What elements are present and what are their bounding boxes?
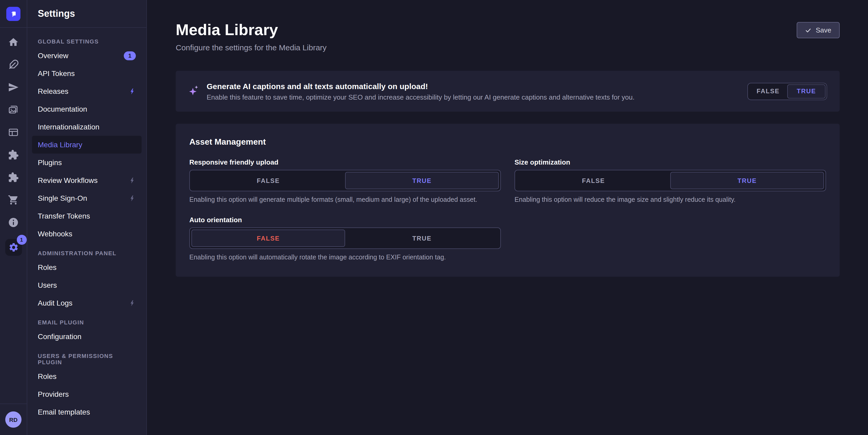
sidebar-item-overview[interactable]: Overview1: [27, 47, 146, 64]
subnav-header: Settings: [27, 0, 146, 28]
sidebar-item-label: Media Library: [38, 140, 82, 149]
sidebar-item-single-sign-on[interactable]: Single Sign-On: [27, 189, 146, 207]
release-plane-icon[interactable]: [8, 81, 19, 93]
sidebar-item-roles[interactable]: Roles: [27, 367, 146, 385]
nav-section-global-settings: GLOBAL SETTINGSOverview1API TokensReleas…: [27, 38, 146, 243]
settings-subnav: Settings GLOBAL SETTINGSOverview1API Tok…: [27, 0, 147, 435]
nav-item-badge-wrap: 1: [124, 51, 136, 60]
lightning-icon: [129, 195, 136, 202]
lightning-icon: [129, 88, 136, 95]
content-type-builder-icon[interactable]: [8, 126, 19, 138]
notification-count-badge: 1: [124, 51, 136, 60]
sidebar-item-internationalization[interactable]: Internationalization: [27, 118, 146, 136]
strapi-logo[interactable]: [6, 6, 21, 21]
banner-title: Generate AI captions and alt texts autom…: [207, 81, 634, 91]
sidebar-item-users[interactable]: Users: [27, 276, 146, 294]
sidebar-item-label: Webhooks: [38, 230, 72, 238]
size-optimization-toggle: FALSETRUE: [515, 170, 826, 191]
user-avatar[interactable]: RD: [5, 411, 22, 428]
nav-section-label: USERS & PERMISSIONS PLUGIN: [27, 353, 146, 365]
field-auto-orientation: Auto orientationFALSETRUEEnabling this o…: [189, 216, 501, 261]
sidebar-item-review-workflows[interactable]: Review Workflows: [27, 171, 146, 189]
nav-section-label: GLOBAL SETTINGS: [27, 38, 146, 44]
sidebar-item-releases[interactable]: Releases: [27, 82, 146, 100]
sidebar-item-label: Users: [38, 281, 57, 289]
sidebar-item-label: Single Sign-On: [38, 194, 87, 202]
banner-description: Enable this feature to save time, optimi…: [207, 93, 634, 101]
sidebar-item-label: API Tokens: [38, 69, 75, 77]
field-label: Auto orientation: [189, 216, 501, 224]
sidebar-item-label: Documentation: [38, 105, 87, 113]
nav-section-administration-panel: ADMINISTRATION PANELRolesUsersAudit Logs: [27, 250, 146, 312]
ai-captions-toggle-true-option[interactable]: TRUE: [787, 84, 826, 98]
sidebar-item-label: Overview: [38, 52, 68, 60]
sidebar-item-label: Releases: [38, 87, 68, 95]
logo-section: [0, 0, 27, 28]
sidebar-item-label: Providers: [38, 390, 69, 398]
content-feather-icon[interactable]: [8, 59, 19, 70]
main-nav-sidebar: 1 RD: [0, 0, 27, 435]
check-icon: [805, 27, 812, 33]
marketplace-cart-icon[interactable]: [8, 194, 19, 205]
media-library-icon[interactable]: [8, 104, 19, 115]
settings-notification-badge: 1: [17, 235, 27, 245]
auto-orientation-toggle-false-option[interactable]: FALSE: [191, 230, 345, 247]
responsive-friendly-upload-toggle: FALSETRUE: [189, 170, 501, 191]
sidebar-item-documentation[interactable]: Documentation: [27, 100, 146, 118]
auto-orientation-toggle: FALSETRUE: [189, 228, 501, 249]
field-hint: Enabling this option will reduce the ima…: [515, 196, 826, 203]
sidebar-item-media-library[interactable]: Media Library: [32, 136, 142, 154]
sidebar-item-email-templates[interactable]: Email templates: [27, 403, 146, 421]
page-title: Media Library: [176, 20, 327, 40]
settings-menu: GLOBAL SETTINGSOverview1API TokensReleas…: [27, 28, 146, 426]
sidebar-item-label: Transfer Tokens: [38, 212, 90, 220]
responsive-friendly-upload-toggle-true-option[interactable]: TRUE: [345, 172, 499, 189]
sidebar-item-api-tokens[interactable]: API Tokens: [27, 64, 146, 82]
main-nav-icons: 1: [0, 28, 27, 404]
nav-section-users-permissions-plugin: USERS & PERMISSIONS PLUGINRolesProviders…: [27, 353, 146, 421]
save-label: Save: [816, 26, 831, 34]
page-subtitle: Configure the settings for the Media Lib…: [176, 43, 327, 52]
nav-section-label: ADMINISTRATION PANEL: [27, 250, 146, 256]
sidebar-item-label: Audit Logs: [38, 299, 72, 307]
home-icon[interactable]: [8, 36, 19, 48]
sidebar-item-transfer-tokens[interactable]: Transfer Tokens: [27, 207, 146, 225]
field-responsive-friendly-upload: Responsive friendly uploadFALSETRUEEnabl…: [189, 158, 501, 203]
sidebar-item-webhooks[interactable]: Webhooks: [27, 225, 146, 243]
lightning-icon: [129, 177, 136, 184]
sidebar-item-label: Review Workflows: [38, 176, 98, 185]
nav-section-email-plugin: EMAIL PLUGINConfiguration: [27, 319, 146, 345]
sidebar-item-configuration[interactable]: Configuration: [27, 328, 146, 345]
asset-management-title: Asset Management: [189, 137, 826, 147]
size-optimization-toggle-true-option[interactable]: TRUE: [670, 172, 824, 189]
responsive-friendly-upload-toggle-false-option[interactable]: FALSE: [191, 172, 345, 189]
sidebar-item-label: Roles: [38, 372, 57, 380]
ai-captions-toggle-false-option[interactable]: FALSE: [749, 84, 787, 98]
field-hint: Enabling this option will automatically …: [189, 254, 501, 261]
app-window: 1 RD Settings GLOBAL SETTINGSOverview1AP…: [0, 0, 868, 435]
page-header: Media Library Configure the settings for…: [176, 20, 840, 52]
sidebar-item-label: Roles: [38, 263, 57, 271]
sidebar-item-label: Plugins: [38, 158, 62, 167]
sidebar-item-audit-logs[interactable]: Audit Logs: [27, 294, 146, 312]
sidebar-item-label: Email templates: [38, 408, 90, 416]
nav-section-label: EMAIL PLUGIN: [27, 319, 146, 326]
field-label: Size optimization: [515, 158, 826, 166]
save-button[interactable]: Save: [797, 22, 840, 38]
settings-gear-icon[interactable]: 1: [5, 239, 22, 256]
plugin-puzzle-icon-2[interactable]: [8, 171, 19, 183]
info-icon[interactable]: [8, 216, 19, 228]
field-hint: Enabling this option will generate multi…: [189, 196, 501, 203]
main-content: Media Library Configure the settings for…: [147, 0, 868, 435]
auto-orientation-toggle-true-option[interactable]: TRUE: [345, 230, 499, 247]
lightning-icon: [129, 300, 136, 306]
sidebar-item-label: Internationalization: [38, 123, 99, 131]
field-label: Responsive friendly upload: [189, 158, 501, 166]
banner-text: Generate AI captions and alt texts autom…: [207, 81, 634, 101]
size-optimization-toggle-false-option[interactable]: FALSE: [517, 172, 670, 189]
plugin-puzzle-icon-1[interactable]: [8, 149, 19, 160]
sidebar-item-providers[interactable]: Providers: [27, 385, 146, 403]
sidebar-footer: RD: [0, 404, 27, 435]
sidebar-item-plugins[interactable]: Plugins: [27, 154, 146, 171]
sidebar-item-roles[interactable]: Roles: [27, 258, 146, 276]
